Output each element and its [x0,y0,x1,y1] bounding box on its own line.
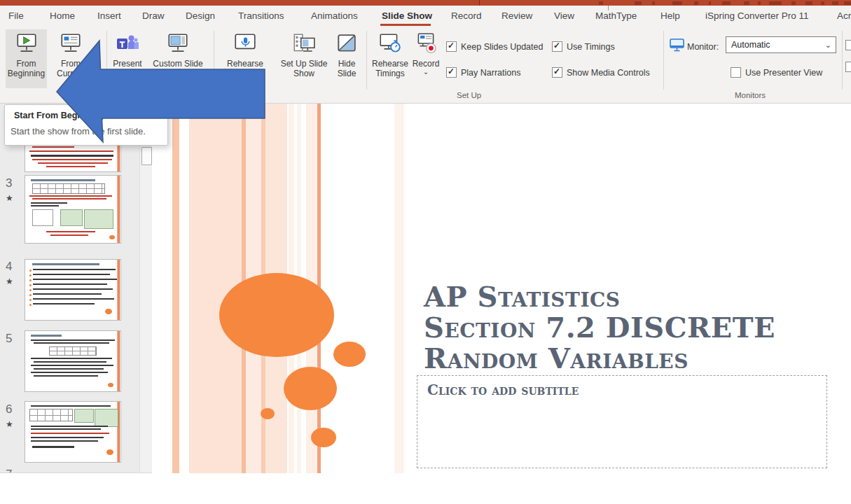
tab-view[interactable]: View [554,10,574,21]
thumbnail-content-block [29,195,112,197]
tab-draw[interactable]: Draw [142,10,165,21]
thumbnail-content-block [109,235,115,239]
rehearse-with-coach-button[interactable]: Rehearse [223,29,268,69]
thumbnail-content-block [46,231,95,232]
checkbox-checked-icon[interactable] [446,67,457,78]
window-titlebar [0,0,851,6]
thumbnail-content-block [33,279,117,280]
record-dropdown-chevron[interactable]: ⌄ [410,69,441,76]
monitor-select[interactable]: Automatic ⌄ [726,36,836,53]
titlebar-artifact [722,1,731,5]
tab-review[interactable]: Review [501,10,532,21]
play-narrations-checkbox[interactable]: Play Narrations [446,67,520,78]
thumbnail-content-block [31,365,113,366]
titlebar-artifact [599,1,603,5]
show-media-controls-checkbox[interactable]: Show Media Controls [552,67,650,78]
from-current-label: From Current [48,59,94,78]
checkbox-checked-icon[interactable] [446,41,457,52]
ribbon-separator [366,31,367,90]
titlebar-artifact [844,1,851,5]
thumbnail-content-block [34,368,104,370]
thumbnail-content-block [31,340,115,341]
titlebar-artifact [791,1,796,5]
slide-4-number: 4 [6,260,20,274]
use-presenter-view-label: Use Presenter View [745,68,822,78]
play-narrations-label: Play Narrations [461,68,520,78]
subtitle-placeholder[interactable]: Click to add subtitle [417,375,827,468]
use-timings-checkbox[interactable]: Use Timings [552,41,615,52]
thumbnail-scrollbar[interactable] [139,104,152,473]
tab-help[interactable]: Help [660,10,680,21]
slide-3-thumbnail[interactable] [25,175,121,244]
tab-transitions[interactable]: Transitions [238,10,284,21]
thumbnail-content-block [31,179,95,181]
tab-acrobat-clipped[interactable]: Acr [837,10,851,21]
ribbon: From Beginning From Current Present [0,27,851,104]
group-label-monitors: Monitors [735,91,766,99]
tab-mathtype[interactable]: MathType [595,10,637,21]
thumbnail-content-block [31,433,109,434]
from-current-slide-button[interactable]: From Current [48,29,94,78]
slide-6-thumbnail[interactable] [25,401,121,463]
thumbnail-content-block [29,279,32,281]
checkbox-checked-icon[interactable] [552,41,562,52]
scrollbar-thumb[interactable] [141,147,152,165]
slide-title[interactable]: AP Statistics Section 7.2 DISCRETE Rando… [424,281,775,374]
set-up-slide-show-icon [280,29,328,59]
ribbon-separator [214,31,214,90]
thumbnail-content-block [50,234,88,236]
titlebar-artifact [744,1,749,5]
thumbnail-content-block [31,205,59,206]
thumb-edge-stripe [117,176,120,243]
titlebar-artifact [694,1,698,5]
record-icon [410,29,441,59]
record-button[interactable]: Record ⌄ [410,29,441,76]
slide-thumbnail-panel[interactable]: 3 ★ 4 ★ 5 6 ★ 7 [0,104,152,473]
titlebar-artifact [769,1,782,5]
checkbox-checked-icon[interactable] [552,67,562,78]
from-beginning-button[interactable]: From Beginning [6,29,47,88]
custom-slide-show-label: Custom Slide [148,59,207,69]
keep-slides-updated-checkbox[interactable]: Keep Slides Updated [446,41,543,52]
thumbnail-content-block [32,198,106,200]
rehearse-coach-icon [223,29,268,59]
thumbnail-content-block [29,284,32,286]
thumbnail-content-block [34,361,106,363]
thumb-edge-stripe [117,331,120,391]
tab-insert[interactable]: Insert [97,10,121,21]
tab-ispring-converter[interactable]: iSpring Converter Pro 11 [705,10,809,21]
present-in-teams-button[interactable]: Present [107,29,148,69]
menubar-artifact [608,6,609,10]
clipped-control[interactable] [845,40,851,50]
tab-slide-show[interactable]: Slide Show [382,10,432,21]
from-beginning-tooltip: Start From Beginning Start the show from… [4,104,168,146]
use-presenter-view-checkbox[interactable]: Use Presenter View [731,67,822,78]
tab-file[interactable]: File [8,10,24,21]
slide-5-number: 5 [6,332,20,346]
tab-animations[interactable]: Animations [311,10,358,21]
chevron-down-icon[interactable]: ⌄ [821,41,836,50]
slide-5-thumbnail[interactable] [25,330,121,392]
thumbnail-content-block [33,298,114,300]
tab-design[interactable]: Design [186,10,215,21]
slide-4-thumbnail[interactable] [25,259,121,321]
titlebar-artifact [479,0,480,6]
thumbnail-content-block [38,162,108,164]
teams-icon [107,29,148,59]
clipped-control[interactable] [845,62,851,72]
hide-slide-label: Hide Slide [328,59,366,78]
slide-title-line: Section 7.2 DISCRETE [424,312,775,343]
tab-home[interactable]: Home [50,10,75,21]
hide-slide-button[interactable]: Hide Slide [328,29,366,78]
from-beginning-icon [6,29,47,59]
thumbnail-content-block [29,294,32,296]
custom-slide-show-button[interactable]: Custom Slide [148,29,207,69]
titlebar-artifact [635,1,642,5]
tab-record[interactable]: Record [451,10,482,21]
set-up-slide-show-button[interactable]: Set Up Slide Show [280,29,328,78]
thumbnail-content-block [74,409,94,423]
slide-canvas[interactable]: AP Statistics Section 7.2 DISCRETE Rando… [152,104,851,473]
checkbox-unchecked-icon[interactable] [731,67,741,78]
rehearse-timings-button[interactable]: Rehearse Timings [369,29,411,78]
thumbnail-content-block [32,146,74,148]
